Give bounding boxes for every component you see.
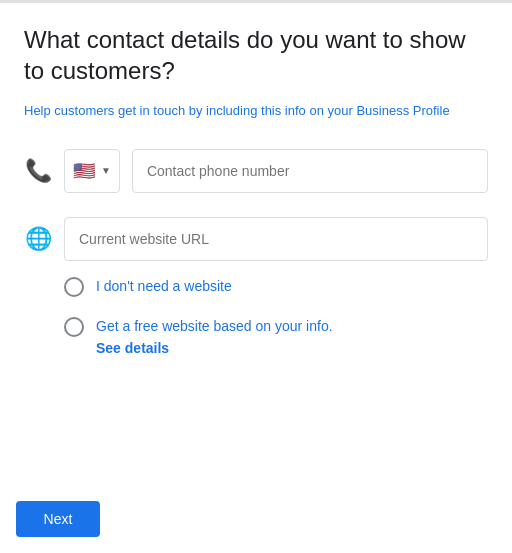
top-divider — [0, 0, 512, 3]
no-website-option[interactable]: I don't need a website — [24, 277, 488, 297]
country-selector[interactable]: 🇺🇸 ▼ — [64, 149, 120, 193]
page-title: What contact details do you want to show… — [24, 24, 488, 86]
no-website-label: I don't need a website — [96, 277, 232, 297]
globe-icon: 🌐 — [24, 226, 52, 252]
free-website-option[interactable]: Get a free website based on your info. S… — [24, 317, 488, 357]
free-website-label: Get a free website based on your info. — [96, 318, 333, 334]
subtitle-text: Help customers get in touch by including… — [24, 102, 488, 120]
phone-row: 📞 🇺🇸 ▼ — [24, 149, 488, 193]
no-website-radio[interactable] — [64, 277, 84, 297]
website-row: 🌐 — [24, 217, 488, 261]
website-input[interactable] — [64, 217, 488, 261]
flag-icon: 🇺🇸 — [73, 160, 95, 182]
next-button[interactable]: Next — [16, 501, 100, 537]
website-section: 🌐 I don't need a website Get a free webs… — [24, 217, 488, 377]
dropdown-arrow-icon: ▼ — [101, 165, 111, 176]
free-website-content: Get a free website based on your info. S… — [96, 317, 333, 357]
free-website-radio[interactable] — [64, 317, 84, 337]
see-details-link[interactable]: See details — [96, 340, 333, 356]
phone-icon: 📞 — [24, 158, 52, 184]
phone-input[interactable] — [132, 149, 488, 193]
